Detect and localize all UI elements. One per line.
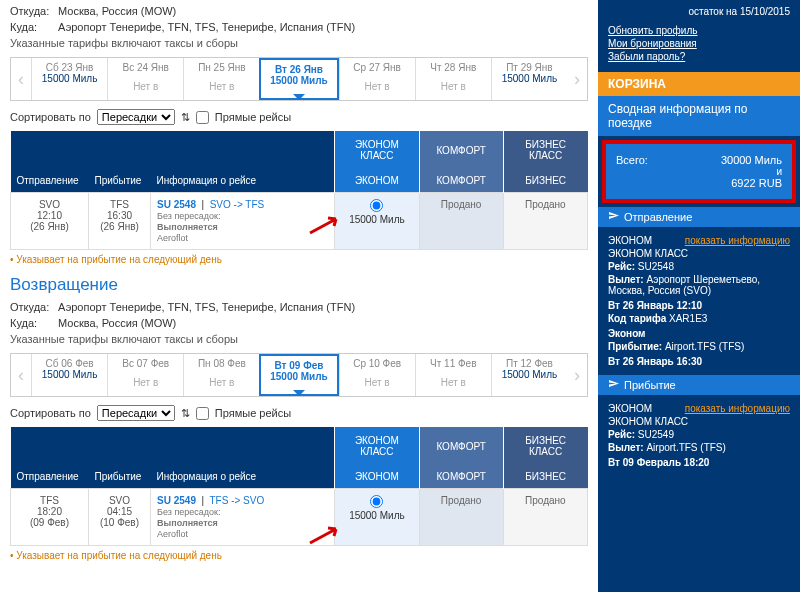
date-cell[interactable]: Ср 27 ЯнвНет в bbox=[339, 58, 415, 100]
date-cell[interactable]: Вт 26 Янв15000 Миль bbox=[259, 58, 338, 100]
sort-arrows-icon[interactable]: ⇅ bbox=[181, 111, 190, 124]
profile-links: Обновить профиль Мои бронирования Забыли… bbox=[598, 25, 800, 72]
date-strip-outbound: ‹ Сб 23 Янв15000 МильВс 24 ЯнвНет вПн 25… bbox=[10, 57, 588, 101]
show-info-link[interactable]: показать информацию bbox=[685, 403, 790, 414]
hdr-arrival: Прибытие bbox=[88, 169, 150, 193]
direct-flights-checkbox[interactable] bbox=[196, 111, 209, 124]
econ-cell[interactable]: 15000 Миль bbox=[335, 193, 419, 250]
next-dates-button[interactable]: › bbox=[567, 58, 587, 100]
col-econ: ЭКОНОМ КЛАСС bbox=[335, 131, 419, 169]
col-comfort: КОМФОРТ bbox=[419, 131, 503, 169]
show-info-link[interactable]: показать информацию bbox=[685, 235, 790, 246]
sort-label: Сортировать по bbox=[10, 111, 91, 123]
next-dates-button[interactable]: › bbox=[567, 354, 587, 396]
date-cell[interactable]: Пн 25 ЯнвНет в bbox=[183, 58, 259, 100]
balance-date: остаток на 15/10/2015 bbox=[598, 0, 800, 23]
date-cell[interactable]: Сб 23 Янв15000 Миль bbox=[31, 58, 107, 100]
plane-icon bbox=[608, 211, 620, 223]
sort-row: Сортировать по Пересадки ⇅ Прямые рейсы bbox=[10, 405, 588, 421]
flight-row: SVO12:10(26 Янв) TFS16:30(26 Янв) SU 254… bbox=[11, 193, 588, 250]
econ-radio[interactable] bbox=[370, 495, 383, 508]
flights-table-inbound: ЭКОНОМ КЛАСС КОМФОРТ БИЗНЕС КЛАСС Отправ… bbox=[10, 427, 588, 546]
date-cell[interactable]: Чт 11 ФевНет в bbox=[415, 354, 491, 396]
total-label: Всего: bbox=[616, 154, 648, 166]
econ-cell[interactable]: 15000 Миль bbox=[335, 489, 419, 546]
plane-icon bbox=[608, 379, 620, 391]
hdr-info: Информация о рейсе bbox=[151, 169, 335, 193]
direct-flights-label: Прямые рейсы bbox=[215, 111, 291, 123]
segment-arr-header: Прибытие bbox=[598, 375, 800, 395]
hdr-departure: Отправление bbox=[11, 169, 89, 193]
sidebar: остаток на 15/10/2015 Обновить профиль М… bbox=[598, 0, 800, 592]
col-business: БИЗНЕС КЛАСС bbox=[503, 131, 587, 169]
total-rub: 6922 RUB bbox=[731, 177, 782, 189]
date-cell[interactable]: Пт 29 Янв15000 Миль bbox=[491, 58, 567, 100]
outbound-from: Откуда: Москва, Россия (MOW) bbox=[10, 5, 588, 17]
date-cell[interactable]: Сб 06 Фев15000 Миль bbox=[31, 354, 107, 396]
segment-dep-header: Отправление bbox=[598, 207, 800, 227]
annotation-arrow-icon bbox=[308, 215, 342, 235]
segment-outbound: ЭКОНОМпоказать информацию ЭКОНОМ КЛАСС Р… bbox=[598, 227, 800, 375]
date-strip-inbound: ‹ Сб 06 Фев15000 МильВс 07 ФевНет вПн 08… bbox=[10, 353, 588, 397]
prev-dates-button[interactable]: ‹ bbox=[11, 354, 31, 396]
annotation-arrow-icon bbox=[308, 525, 342, 545]
fare-note: Указанные тарифы включают таксы и сборы bbox=[10, 37, 588, 49]
sort-arrows-icon[interactable]: ⇅ bbox=[181, 407, 190, 420]
direct-flights-checkbox[interactable] bbox=[196, 407, 209, 420]
sort-row: Сортировать по Пересадки ⇅ Прямые рейсы bbox=[10, 109, 588, 125]
date-cell[interactable]: Чт 28 ЯнвНет в bbox=[415, 58, 491, 100]
sort-select[interactable]: Пересадки bbox=[97, 109, 175, 125]
inbound-from: Откуда: Аэропорт Тенерифе, TFN, TFS, Тен… bbox=[10, 301, 588, 313]
date-cell[interactable]: Вс 07 ФевНет в bbox=[107, 354, 183, 396]
inbound-to: Куда: Москва, Россия (MOW) bbox=[10, 317, 588, 329]
update-profile-link[interactable]: Обновить профиль bbox=[608, 25, 790, 36]
date-cell[interactable]: Пт 12 Фев15000 Миль bbox=[491, 354, 567, 396]
date-cell[interactable]: Пн 08 ФевНет в bbox=[183, 354, 259, 396]
return-heading: Возвращение bbox=[10, 275, 588, 295]
segment-inbound: ЭКОНОМпоказать информацию ЭКОНОМ КЛАСС Р… bbox=[598, 395, 800, 476]
date-cell[interactable]: Вс 24 ЯнвНет в bbox=[107, 58, 183, 100]
flights-table-outbound: ЭКОНОМ КЛАСС КОМФОРТ БИЗНЕС КЛАСС Отправ… bbox=[10, 131, 588, 250]
date-cell[interactable]: Вт 09 Фев15000 Миль bbox=[259, 354, 338, 396]
econ-radio[interactable] bbox=[370, 199, 383, 212]
next-day-note: Указывает на прибытие на следующий день bbox=[10, 254, 588, 265]
date-cell[interactable]: Ср 10 ФевНет в bbox=[339, 354, 415, 396]
business-cell: Продано bbox=[503, 193, 587, 250]
trip-summary-header: Сводная информация по поездке bbox=[598, 96, 800, 136]
flight-row: TFS18:20(09 Фев) SVO04:15(10 Фев) SU 254… bbox=[11, 489, 588, 546]
comfort-cell: Продано bbox=[419, 193, 503, 250]
prev-dates-button[interactable]: ‹ bbox=[11, 58, 31, 100]
forgot-password-link[interactable]: Забыли пароль? bbox=[608, 51, 790, 62]
outbound-to: Куда: Аэропорт Тенерифе, TFN, TFS, Тенер… bbox=[10, 21, 588, 33]
basket-header: КОРЗИНА bbox=[598, 72, 800, 96]
total-miles: 30000 Миль bbox=[721, 154, 782, 166]
next-day-note: Указывает на прибытие на следующий день bbox=[10, 550, 588, 561]
total-box: Всего:30000 Миль и 6922 RUB bbox=[602, 140, 796, 203]
sort-select[interactable]: Пересадки bbox=[97, 405, 175, 421]
my-bookings-link[interactable]: Мои бронирования bbox=[608, 38, 790, 49]
